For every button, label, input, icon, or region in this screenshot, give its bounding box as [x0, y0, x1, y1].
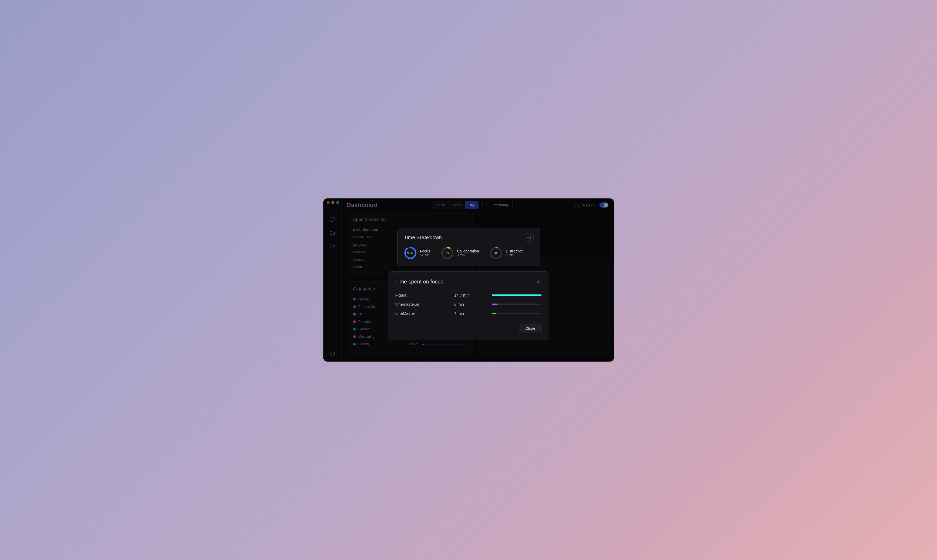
- focus-row: timemaster.ai 6 min: [395, 300, 542, 309]
- day-label[interactable]: Yesterday: [490, 202, 512, 209]
- ring-chart: 3%: [489, 246, 503, 259]
- category-dot: [353, 298, 356, 301]
- day-navigator[interactable]: Yesterday: [482, 201, 520, 209]
- stop-tracking-label: Stop Tracking: [574, 203, 596, 207]
- category-dot: [353, 328, 356, 331]
- focus-app-name: Figma: [395, 293, 454, 297]
- segment-week[interactable]: Week: [449, 202, 465, 209]
- ring-chart: 90%: [404, 246, 417, 259]
- metric-sub: 3 min: [457, 253, 479, 257]
- focus-app-name: timemaster.ai: [395, 302, 454, 306]
- focus-row: Figma 1h 7 min: [395, 291, 542, 300]
- metric-sub: 1 min: [506, 253, 523, 257]
- chat-icon[interactable]: [329, 351, 335, 357]
- metric-label: Distraction: [506, 249, 523, 253]
- gear-icon[interactable]: [525, 233, 534, 242]
- focus-modal: Time spent on focus Figma 1h 7 min timem…: [387, 271, 550, 340]
- segment-month[interactable]: Month: [432, 202, 449, 209]
- focus-app-name: timeMaster: [395, 311, 454, 315]
- focus-modal-title: Time spent on focus: [395, 278, 535, 285]
- page-title: Dashboard: [347, 202, 378, 209]
- category-dot: [353, 335, 356, 338]
- metric-sub: 51 min: [420, 253, 430, 257]
- close-icon[interactable]: [535, 278, 542, 285]
- category-bar: [422, 344, 467, 345]
- metric-percent: 3%: [489, 246, 503, 259]
- window-traffic-lights[interactable]: [323, 201, 339, 204]
- breakdown-title: Time Breakdown: [404, 235, 525, 240]
- close-button[interactable]: Close: [519, 324, 541, 333]
- focus-bar: [492, 312, 542, 314]
- close-window-dot[interactable]: [327, 201, 330, 204]
- category-row[interactable]: Search3 min: [353, 340, 467, 348]
- category-dot: [353, 305, 356, 308]
- breakdown-metric[interactable]: 3% Distraction 1 min: [489, 246, 523, 259]
- breakdown-metric[interactable]: 90% Focus 51 min: [404, 246, 430, 259]
- tracking-toggle[interactable]: [599, 202, 608, 208]
- sidebar: [323, 198, 342, 362]
- category-dot: [353, 320, 356, 323]
- focus-app-time: 1h 7 min: [454, 293, 492, 297]
- time-breakdown-panel: Time Breakdown 90% Focus 51 min 7%: [397, 228, 540, 266]
- chevron-right-icon[interactable]: [512, 202, 520, 209]
- maximize-window-dot[interactable]: [336, 201, 339, 204]
- focus-row: timeMaster 4 min: [395, 309, 542, 318]
- metric-label: Collaboration: [457, 249, 479, 253]
- focus-app-time: 6 min: [454, 302, 492, 306]
- period-segmented-control[interactable]: Month Week Day: [432, 201, 479, 209]
- dashboard-icon[interactable]: [329, 216, 335, 222]
- chevron-left-icon[interactable]: [483, 202, 490, 209]
- focus-bar: [492, 303, 542, 305]
- metric-percent: 7%: [441, 246, 454, 259]
- svg-point-2: [529, 237, 530, 238]
- apps-card-title: Apps & websites: [353, 217, 467, 222]
- category-name: Search: [358, 342, 403, 346]
- clock-icon[interactable]: [329, 243, 335, 249]
- segment-day[interactable]: Day: [465, 202, 478, 209]
- topbar: Dashboard Month Week Day Yesterday: [342, 198, 614, 212]
- minimize-window-dot[interactable]: [332, 201, 334, 204]
- folder-icon[interactable]: [329, 230, 335, 235]
- breakdown-metric[interactable]: 7% Collaboration 3 min: [441, 246, 479, 259]
- metric-percent: 90%: [404, 246, 417, 259]
- category-time: 3 min: [403, 342, 417, 346]
- category-dot: [353, 313, 356, 315]
- focus-bar: [492, 294, 542, 296]
- metric-label: Focus: [420, 249, 430, 253]
- focus-app-time: 4 min: [454, 311, 492, 315]
- ring-chart: 7%: [441, 246, 454, 259]
- category-dot: [353, 343, 356, 346]
